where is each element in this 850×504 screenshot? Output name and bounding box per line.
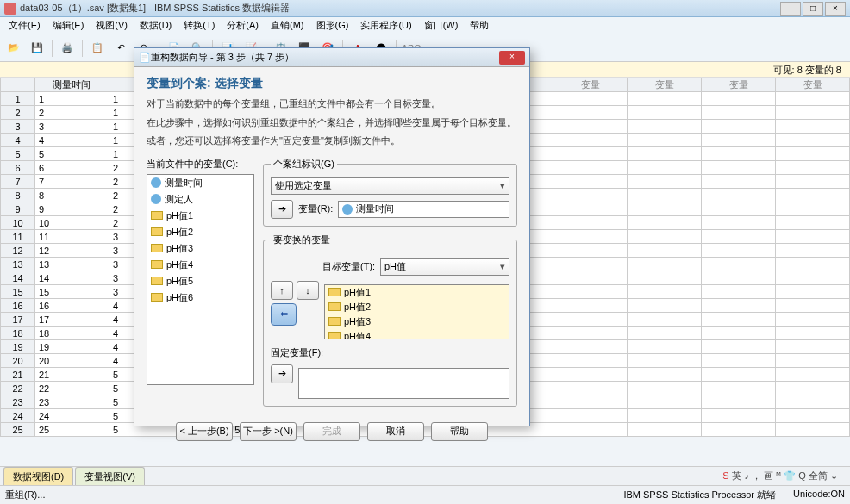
var-list-item[interactable]: pH值3 xyxy=(147,240,253,257)
scale-icon xyxy=(328,332,341,339)
window-title-bar: data03-05（1）.sav [数据集1] - IBM SPSS Stati… xyxy=(0,0,850,17)
var-list-item[interactable]: pH值4 xyxy=(147,257,253,273)
save-icon[interactable]: 💾 xyxy=(27,38,47,59)
undo-icon[interactable]: ↶ xyxy=(110,38,131,59)
scale-icon xyxy=(151,211,163,220)
status-processor: IBM SPSS Statistics Processor 就绪 xyxy=(623,488,776,501)
current-vars-list[interactable]: 测量时间测定人pH值1pH值2pH值3pH值4pH值5pH值6 xyxy=(147,174,254,385)
menu-item[interactable]: 窗口(W) xyxy=(418,17,465,34)
target-label: 目标变量(T): xyxy=(322,260,375,273)
var-label: 变量(R): xyxy=(298,202,333,215)
menu-item[interactable]: 实用程序(U) xyxy=(354,17,417,34)
target-combo[interactable]: pH值 xyxy=(380,258,509,276)
target-list-item[interactable]: pH值3 xyxy=(325,314,509,329)
nominal-icon xyxy=(151,194,161,204)
app-icon xyxy=(4,3,16,15)
scale-icon xyxy=(151,227,163,236)
restructure-wizard-dialog: 📄 重构数据向导 - 第 3 步（共 7 步） × 变量到个案: 选择变量 对于… xyxy=(134,47,530,426)
fixed-vars-list[interactable] xyxy=(298,368,509,399)
menu-item[interactable]: 直销(M) xyxy=(265,17,310,34)
var-list-item[interactable]: pH值5 xyxy=(147,273,253,289)
dialog-heading: 变量到个案: 选择变量 xyxy=(147,76,517,91)
close-button[interactable]: × xyxy=(825,2,846,16)
finish-button: 完成 xyxy=(303,422,360,441)
menu-item[interactable]: 数据(D) xyxy=(134,17,178,34)
case-group-id-fieldset: 个案组标识(G) 使用选定变量 ➔ 变量(R): 测量时间 xyxy=(263,158,517,227)
move-down-button[interactable]: ↓ xyxy=(297,281,319,300)
scale-icon xyxy=(151,293,163,302)
column-header[interactable]: 变量 xyxy=(553,78,628,92)
scale-icon xyxy=(151,277,163,285)
menu-item[interactable]: 图形(G) xyxy=(310,17,355,34)
nominal-icon xyxy=(151,177,161,188)
column-header[interactable]: 变量 xyxy=(628,78,702,92)
column-header[interactable]: 变量 xyxy=(702,78,776,92)
dialog-title-bar[interactable]: 📄 重构数据向导 - 第 3 步（共 7 步） × xyxy=(134,48,529,67)
ime-indicator[interactable]: S英 ♪ ， 画 ᴹ 👕 Q 全简 ⌄ xyxy=(721,470,847,482)
data-view-tab[interactable]: 数据视图(D) xyxy=(3,467,73,486)
column-header[interactable]: 变量 xyxy=(776,78,850,92)
menu-item[interactable]: 分析(A) xyxy=(221,17,265,34)
back-button[interactable]: < 上一步(B) xyxy=(176,422,233,441)
status-left: 重组(R)... xyxy=(5,488,45,501)
group-id-combo[interactable]: 使用选定变量 xyxy=(271,177,509,195)
transform-legend: 要变换的变量 xyxy=(271,233,333,246)
next-button[interactable]: 下一步 >(N) xyxy=(240,422,297,441)
var-list-item[interactable]: 测定人 xyxy=(147,191,253,208)
minimize-button[interactable]: — xyxy=(780,2,801,16)
move-to-target-button[interactable]: ⬅ xyxy=(271,303,297,326)
target-list-item[interactable]: pH值2 xyxy=(325,300,509,314)
move-to-fixed-button[interactable]: ➔ xyxy=(271,364,293,383)
target-vars-list[interactable]: pH值1pH值2pH值3pH值4pH值5 xyxy=(324,284,509,339)
scale-icon xyxy=(328,302,341,311)
menu-item[interactable]: 帮助 xyxy=(464,17,495,34)
transform-vars-fieldset: 要变换的变量 目标变量(T): pH值 ↑ ↓ ⬅ xyxy=(263,233,517,407)
fixed-vars-label: 固定变量(F): xyxy=(271,346,509,359)
move-up-button[interactable]: ↑ xyxy=(271,281,293,300)
dialog-close-button[interactable]: × xyxy=(499,51,525,65)
open-icon[interactable]: 📂 xyxy=(3,38,24,59)
status-bar: 重组(R)... IBM SPSS Statistics Processor 就… xyxy=(0,485,850,504)
menu-item[interactable]: 编辑(E) xyxy=(47,17,91,34)
dialog-desc-2: 在此步骤中，选择如何识别重组数据中的个案组合，并选择哪些变量属于每个目标变量。 xyxy=(147,115,517,131)
var-list-item[interactable]: 测量时间 xyxy=(147,175,253,191)
scale-icon xyxy=(328,317,341,326)
dialog-title: 重构数据向导 - 第 3 步（共 7 步） xyxy=(151,51,499,64)
print-icon[interactable]: 🖨️ xyxy=(57,38,78,59)
var-list-item[interactable]: pH值6 xyxy=(147,289,253,306)
var-list-item[interactable]: pH值2 xyxy=(147,224,253,240)
move-to-var-button[interactable]: ➔ xyxy=(271,200,293,219)
var-list-item[interactable]: pH值1 xyxy=(147,208,253,224)
menu-item[interactable]: 文件(E) xyxy=(3,17,47,34)
variable-view-tab[interactable]: 变量视图(V) xyxy=(75,467,145,486)
status-unicode: Unicode:ON xyxy=(793,488,845,501)
menu-bar: 文件(E)编辑(E)视图(V)数据(D)转换(T)分析(A)直销(M)图形(G)… xyxy=(0,17,850,34)
help-button[interactable]: 帮助 xyxy=(431,422,488,441)
column-header[interactable]: 测量时间 xyxy=(35,78,109,92)
dialog-desc-3: 或者，您还可以选择将变量作为"固定变量"复制到新文件中。 xyxy=(147,134,517,149)
scale-icon xyxy=(328,288,341,296)
window-title: data03-05（1）.sav [数据集1] - IBM SPSS Stati… xyxy=(20,2,290,15)
wizard-icon: 📄 xyxy=(139,52,151,63)
current-vars-label: 当前文件中的变量(C): xyxy=(147,159,238,169)
scale-icon xyxy=(151,244,163,252)
target-list-item[interactable]: pH值4 xyxy=(325,329,509,339)
target-list-item[interactable]: pH值1 xyxy=(325,285,509,300)
nominal-icon xyxy=(342,204,353,215)
cancel-button[interactable]: 取消 xyxy=(367,422,424,441)
maximize-button[interactable]: □ xyxy=(803,2,823,16)
menu-item[interactable]: 视图(V) xyxy=(90,17,134,34)
recall-icon[interactable]: 📋 xyxy=(87,38,108,59)
var-slot[interactable]: 测量时间 xyxy=(338,201,509,218)
view-tabs: 数据视图(D) 变量视图(V) S英 ♪ ， 画 ᴹ 👕 Q 全简 ⌄ xyxy=(0,466,850,485)
dialog-desc-1: 对于当前数据中的每个变量组，已重组的文件中都会有一个目标变量。 xyxy=(147,96,517,112)
scale-icon xyxy=(151,260,163,269)
menu-item[interactable]: 转换(T) xyxy=(178,17,221,34)
case-group-id-legend: 个案组标识(G) xyxy=(271,158,337,171)
